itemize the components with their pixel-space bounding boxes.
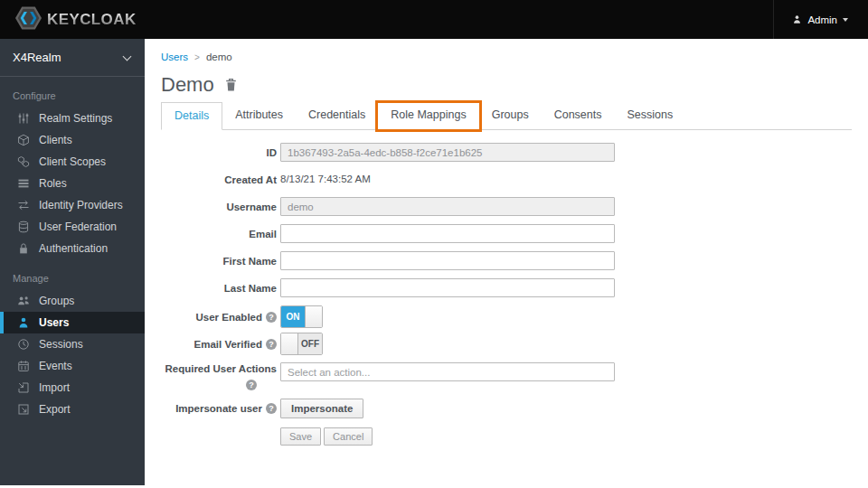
cancel-button[interactable]: Cancel	[324, 427, 373, 446]
sidebar-item-label: Events	[39, 360, 72, 372]
email-field[interactable]	[280, 224, 615, 243]
impersonate-button[interactable]: Impersonate	[280, 399, 363, 418]
sidebar-item-realm-settings[interactable]: Realm Settings	[0, 108, 145, 129]
section-label-configure: Configure	[0, 77, 145, 108]
form-row-first-name: First Name	[161, 251, 852, 270]
database-icon	[16, 221, 30, 233]
username-field[interactable]	[280, 197, 615, 216]
created-at-value: 8/13/21 7:43:52 AM	[280, 170, 371, 189]
calendar-icon	[16, 360, 30, 372]
tab-credentials[interactable]: Credentials	[296, 102, 378, 130]
sidebar-item-label: User Federation	[39, 221, 117, 233]
tab-role-mappings-label: Role Mappings	[391, 108, 466, 121]
username-label: Username	[161, 201, 277, 213]
sidebar-item-label: Users	[39, 316, 69, 329]
tab-role-mappings[interactable]: Role Mappings	[378, 102, 478, 130]
user-tabs: Details Attributes Credentials Role Mapp…	[161, 102, 852, 130]
sidebar-item-sessions[interactable]: Sessions	[0, 333, 145, 355]
help-icon[interactable]: ?	[266, 312, 277, 323]
sidebar-item-identity-providers[interactable]: Identity Providers	[0, 194, 145, 216]
top-header: KEYCLOAK Admin	[0, 0, 868, 39]
realm-selector[interactable]: X4Realm	[0, 39, 145, 77]
last-name-field[interactable]	[280, 278, 615, 297]
keycloak-brand[interactable]: KEYCLOAK	[0, 6, 137, 33]
form-row-actions: Save Cancel	[161, 427, 852, 446]
cube-icon	[16, 134, 30, 146]
chevron-down-icon	[123, 52, 132, 61]
last-name-label: Last Name	[161, 282, 277, 295]
sidebar-item-label: Client Scopes	[39, 155, 106, 168]
form-row-username: Username	[161, 197, 852, 216]
created-at-label: Created At	[161, 174, 277, 186]
breadcrumb-users-link[interactable]: Users	[161, 52, 188, 62]
toggle-off-label: OFF	[298, 333, 322, 354]
id-field[interactable]	[280, 143, 615, 162]
exchange-arrows-icon	[16, 199, 30, 211]
sidebar-item-import[interactable]: Import	[0, 377, 145, 399]
group-icon	[16, 295, 30, 307]
sidebar-item-events[interactable]: Events	[0, 355, 145, 377]
tab-consents[interactable]: Consents	[542, 102, 615, 130]
tab-groups[interactable]: Groups	[479, 102, 542, 130]
toggle-handle	[281, 333, 298, 354]
help-icon[interactable]: ?	[266, 339, 277, 350]
email-verified-toggle[interactable]: OFF	[280, 333, 323, 355]
sidebar-item-export[interactable]: Export	[0, 399, 145, 420]
sidebar-item-label: Identity Providers	[39, 199, 123, 211]
email-label: Email	[161, 228, 277, 240]
brand-name: KEYCLOAK	[47, 11, 137, 29]
tab-details[interactable]: Details	[161, 102, 222, 130]
list-icon	[16, 177, 30, 190]
breadcrumb-separator: >	[194, 52, 200, 62]
lock-icon	[16, 242, 30, 255]
sidebar-item-groups[interactable]: Groups	[0, 290, 145, 312]
sidebar-item-label: Import	[39, 381, 70, 394]
caret-down-icon	[843, 18, 848, 22]
main-content: Users > demo Demo Details Attributes Cre…	[145, 39, 868, 488]
trash-icon[interactable]	[224, 78, 238, 92]
user-details-form: ID Created At 8/13/21 7:43:52 AM Usernam…	[161, 143, 852, 446]
toggle-on-label: ON	[281, 306, 305, 327]
keycloak-logo-icon	[15, 6, 42, 33]
sidebar-item-client-scopes[interactable]: Client Scopes	[0, 151, 145, 173]
page-title: Demo	[161, 73, 214, 97]
cubes-icon	[16, 155, 30, 168]
sidebar-item-roles[interactable]: Roles	[0, 173, 145, 194]
sliders-icon	[16, 112, 30, 125]
save-button[interactable]: Save	[280, 427, 321, 446]
form-row-id: ID	[161, 143, 852, 162]
tab-attributes[interactable]: Attributes	[222, 102, 296, 130]
sidebar-item-users[interactable]: Users	[0, 312, 145, 333]
clock-icon	[16, 338, 30, 351]
sidebar-item-label: Export	[39, 403, 71, 416]
user-icon	[792, 14, 802, 24]
form-row-email: Email	[161, 224, 852, 243]
sidebar-item-label: Clients	[39, 134, 72, 146]
first-name-label: First Name	[161, 255, 277, 267]
form-row-created-at: Created At 8/13/21 7:43:52 AM	[161, 170, 852, 189]
form-row-impersonate: Impersonate user? Impersonate	[161, 399, 852, 418]
sidebar-item-label: Roles	[39, 177, 67, 190]
admin-user-label: Admin	[807, 14, 837, 25]
form-row-last-name: Last Name	[161, 278, 852, 297]
user-enabled-toggle[interactable]: ON	[280, 305, 323, 328]
help-icon[interactable]: ?	[266, 403, 277, 414]
tab-sessions[interactable]: Sessions	[614, 102, 685, 130]
sidebar-item-label: Realm Settings	[39, 112, 112, 125]
breadcrumb: Users > demo	[161, 52, 852, 62]
required-actions-select[interactable]	[280, 362, 615, 381]
toggle-handle	[305, 306, 322, 327]
section-label-manage: Manage	[0, 259, 145, 290]
admin-user-menu[interactable]: Admin	[773, 0, 868, 39]
user-enabled-label: User Enabled?	[161, 311, 277, 324]
impersonate-label: Impersonate user?	[161, 402, 277, 415]
sidebar-item-clients[interactable]: Clients	[0, 129, 145, 151]
id-label: ID	[161, 146, 277, 159]
form-row-email-verified: Email Verified? OFF	[161, 333, 852, 355]
sidebar-item-label: Sessions	[39, 338, 83, 351]
first-name-field[interactable]	[280, 251, 615, 270]
email-verified-label: Email Verified?	[161, 338, 277, 351]
sidebar-item-user-federation[interactable]: User Federation	[0, 216, 145, 238]
sidebar-item-authentication[interactable]: Authentication	[0, 238, 145, 259]
help-icon[interactable]: ?	[246, 380, 257, 390]
